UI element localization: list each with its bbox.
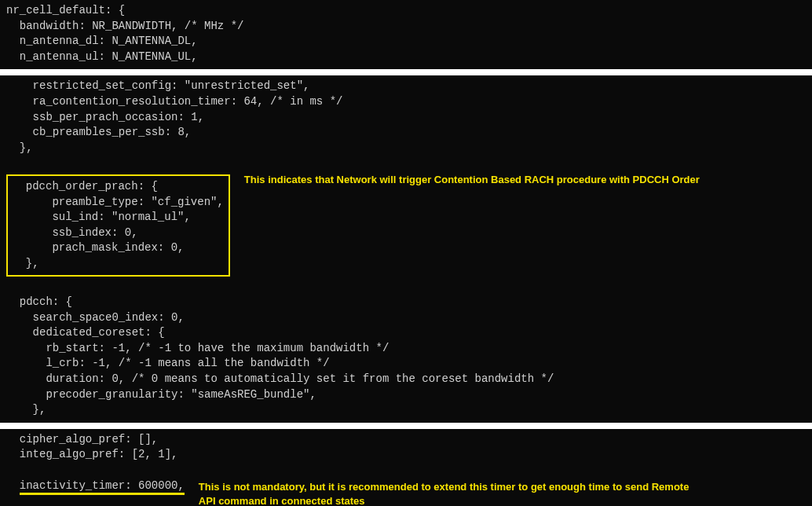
code-line: }, xyxy=(6,141,806,156)
code-line: cb_preambles_per_ssb: 8, xyxy=(6,125,806,141)
code-line: duration: 0, /* 0 means to automatically… xyxy=(6,372,806,387)
section-gap xyxy=(0,423,812,429)
code-line: sul_ind: "normal_ul", xyxy=(13,210,224,226)
code-block-2: restricted_set_config: "unrestricted_set… xyxy=(0,75,812,422)
blank-line xyxy=(6,156,806,171)
highlight-box-pdcch-order-prach: pdcch_order_prach: { preamble_type: "cf_… xyxy=(6,174,230,277)
code-line: dedicated_coreset: { xyxy=(6,325,806,341)
annotation-pdcch-order: This indicates that Network will trigger… xyxy=(244,171,806,187)
code-line: search_space0_index: 0, xyxy=(6,310,806,326)
code-line: ra_contention_resolution_timer: 64, /* i… xyxy=(6,94,806,110)
code-line: rb_start: -1, /* -1 to have the maximum … xyxy=(6,341,806,357)
annotated-row-inactivity-timer: inactivity_timer: 600000, This is not ma… xyxy=(6,478,806,506)
annotation-line: API command in connected states xyxy=(199,494,806,506)
code-line: prach_mask_index: 0, xyxy=(13,240,224,256)
annotated-row-pdcch-order: pdcch_order_prach: { preamble_type: "cf_… xyxy=(6,171,806,280)
code-block-1: nr_cell_default: { bandwidth: NR_BANDWID… xyxy=(0,0,812,69)
code-line-inactivity-timer: inactivity_timer: 600000, xyxy=(6,478,185,494)
code-line: restricted_set_config: "unrestricted_set… xyxy=(6,79,806,94)
code-line: pdcch: { xyxy=(6,295,806,310)
code-line: integ_algo_pref: [2, 1], xyxy=(6,447,806,463)
code-line: ssb_index: 0, xyxy=(13,226,224,241)
code-line: cipher_algo_pref: [], xyxy=(6,432,806,448)
code-line: nr_cell_default: { xyxy=(6,3,806,19)
code-line: }, xyxy=(6,402,806,418)
code-block-3: cipher_algo_pref: [], integ_algo_pref: [… xyxy=(0,429,812,506)
code-line: bandwidth: NR_BANDWIDTH, /* MHz */ xyxy=(6,19,806,35)
blank-line xyxy=(6,280,806,295)
code-line: ssb_per_prach_occasion: 1, xyxy=(6,110,806,126)
blank-line xyxy=(6,463,806,478)
code-line: n_antenna_ul: N_ANTENNA_UL, xyxy=(6,50,806,65)
section-gap xyxy=(0,69,812,75)
code-line: precoder_granularity: "sameAsREG_bundle"… xyxy=(6,387,806,403)
underline-inactivity-timer: inactivity_timer: 600000, xyxy=(20,479,185,495)
indent xyxy=(6,479,20,492)
code-line: pdcch_order_prach: { xyxy=(13,179,224,195)
code-line: l_crb: -1, /* -1 means all the bandwidth… xyxy=(6,356,806,372)
code-line: n_antenna_dl: N_ANTENNA_DL, xyxy=(6,34,806,50)
code-line: preamble_type: "cf_given", xyxy=(13,195,224,211)
code-line: }, xyxy=(13,256,224,272)
annotation-inactivity-timer: This is not mandatory, but it is recomme… xyxy=(199,478,806,506)
annotation-line: This is not mandatory, but it is recomme… xyxy=(199,480,806,494)
